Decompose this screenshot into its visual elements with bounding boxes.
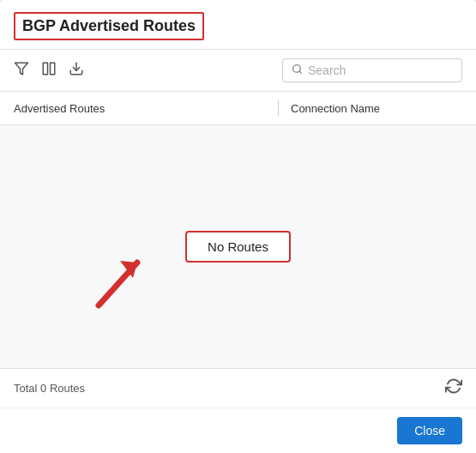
close-button[interactable]: Close	[397, 417, 462, 444]
modal-header: BGP Advertised Routes	[0, 0, 476, 50]
search-icon	[292, 63, 303, 77]
svg-rect-1	[43, 63, 47, 75]
modal-footer: Close	[0, 408, 476, 453]
arrow-annotation	[86, 237, 163, 317]
search-input[interactable]	[308, 63, 453, 77]
col-advertised-routes: Advertised Routes	[14, 102, 278, 115]
toolbar-left	[14, 61, 84, 80]
search-box[interactable]	[282, 58, 462, 82]
col-connection-name: Connection Name	[291, 102, 462, 115]
columns-icon[interactable]	[41, 61, 57, 80]
refresh-icon[interactable]	[445, 378, 462, 399]
svg-line-5	[299, 71, 301, 73]
toolbar	[0, 50, 476, 92]
table-header: Advertised Routes Connection Name	[0, 92, 476, 125]
col-divider	[278, 100, 279, 116]
table-footer: Total 0 Routes	[0, 368, 476, 408]
svg-marker-0	[15, 63, 28, 75]
modal-container: BGP Advertised Routes	[0, 0, 476, 453]
svg-rect-2	[51, 63, 55, 75]
filter-icon[interactable]	[14, 61, 29, 80]
no-routes-message: No Routes	[185, 231, 291, 263]
modal-title: BGP Advertised Routes	[14, 12, 204, 40]
download-icon[interactable]	[69, 61, 84, 80]
table-body: No Routes	[0, 125, 476, 368]
total-routes-label: Total 0 Routes	[14, 382, 85, 395]
